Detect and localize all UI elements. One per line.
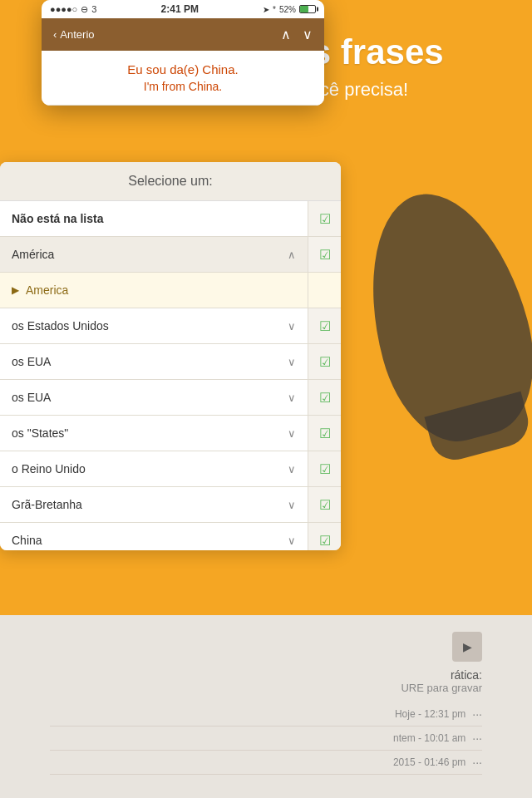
back-arrow-icon: ‹ — [53, 28, 57, 41]
list-item-states[interactable]: os "States" ∨ ☑ — [0, 416, 341, 451]
play-small-icon: ▶ — [12, 284, 19, 296]
list-item-main-gra-bretanha[interactable]: Grã-Bretanha ∨ — [0, 487, 308, 522]
history-entry-1: Hoje - 12:31 pm ··· — [50, 702, 482, 727]
hand-overlay — [374, 191, 532, 457]
list-label: os EUA — [12, 355, 51, 368]
list-item-icon-gra-bretanha[interactable]: ☑ — [308, 487, 341, 522]
signal-strength: 3 — [91, 4, 96, 14]
sub-label: America — [26, 283, 68, 297]
list-label: China — [12, 534, 42, 547]
status-left: ●●●●○ ⊖ 3 — [50, 4, 96, 15]
sentence-pt-highlight: China — [202, 62, 234, 76]
sentence-portuguese: Eu sou da(e) China. — [55, 62, 311, 76]
list-label: América — [12, 248, 54, 261]
back-label: Anterio — [60, 28, 94, 41]
list-item-icon-states[interactable]: ☑ — [308, 416, 341, 451]
list-item-china[interactable]: China ∨ ☑ — [0, 523, 341, 550]
bottom-row: ▶ — [50, 632, 482, 662]
nav-arrows: ∧ ∨ — [281, 27, 313, 42]
list-item-main-states[interactable]: os "States" ∨ — [0, 416, 308, 451]
phone-frame: ●●●●○ ⊖ 3 2:41 PM ➤ * 52% ‹ Anterio ∧ ∨ … — [42, 0, 324, 106]
practice-label: rática: — [50, 668, 482, 682]
bluetooth-icon: * — [273, 5, 276, 14]
chevron-down-icon: ∨ — [288, 427, 296, 440]
check-icon: ☑ — [319, 426, 331, 441]
nav-down-button[interactable]: ∨ — [303, 27, 313, 42]
nav-bar: ‹ Anterio ∧ ∨ — [42, 18, 324, 51]
chevron-down-icon: ∨ — [288, 463, 296, 475]
bottom-area: ▶ rática: URE para gravar Hoje - 12:31 p… — [0, 615, 532, 798]
list-item-reino-unido[interactable]: o Reino Unido ∨ ☑ — [0, 451, 341, 487]
history-dots-2: ··· — [472, 732, 482, 745]
check-icon: ☑ — [319, 533, 331, 549]
list-item-eua-2[interactable]: os EUA ∨ ☑ — [0, 380, 341, 416]
list-label: os EUA — [12, 391, 51, 404]
battery-indicator — [299, 5, 316, 13]
wifi-icon: ⊖ — [81, 4, 88, 15]
chevron-down-icon: ∨ — [288, 320, 296, 332]
play-button[interactable]: ▶ — [452, 632, 482, 662]
history-time-1: Hoje - 12:31 pm — [395, 708, 466, 720]
check-icon: ☑ — [319, 390, 331, 406]
play-icon: ▶ — [463, 640, 472, 653]
list-item-main-not-in-list[interactable]: Não está na lista — [0, 201, 308, 236]
chevron-down-icon: ∨ — [288, 356, 296, 368]
list-item-icon-america[interactable]: ☑ — [308, 237, 341, 272]
list-item-icon-estados-unidos[interactable]: ☑ — [308, 308, 341, 343]
list-item-icon-reino-unido[interactable]: ☑ — [308, 451, 341, 486]
chevron-up-icon: ∧ — [288, 249, 296, 261]
list-item-main-estados-unidos[interactable]: os Estados Unidos ∨ — [0, 308, 308, 343]
bottom-content: ▶ rática: URE para gravar Hoje - 12:31 p… — [0, 615, 532, 783]
list-item-america-group: América ∧ ☑ ▶ America — [0, 237, 341, 308]
check-icon: ☑ — [319, 318, 331, 334]
status-bar: ●●●●○ ⊖ 3 2:41 PM ➤ * 52% — [42, 0, 324, 18]
list-item-icon-eua-1[interactable]: ☑ — [308, 344, 341, 379]
list-item-main-eua-1[interactable]: os EUA ∨ — [0, 344, 308, 379]
chevron-down-icon: ∨ — [288, 392, 296, 404]
list-label: os Estados Unidos — [12, 319, 109, 332]
chevron-down-icon: ∨ — [288, 499, 296, 511]
nav-up-button[interactable]: ∧ — [281, 27, 291, 42]
list-label: Não está na lista — [12, 212, 104, 225]
check-icon: ☑ — [319, 211, 331, 227]
check-icon: ☑ — [319, 461, 331, 477]
list-item-icon-eua-2[interactable]: ☑ — [308, 380, 341, 415]
hand-shape — [344, 176, 532, 456]
status-right: ➤ * 52% — [263, 5, 316, 14]
location-icon: ➤ — [263, 5, 269, 14]
list-item-eua-1[interactable]: os EUA ∨ ☑ — [0, 344, 341, 380]
list-item-main-america[interactable]: América ∧ — [0, 237, 308, 272]
history-dots-3: ··· — [472, 756, 482, 769]
selection-panel: Selecione um: Não está na lista ☑ Améric… — [0, 162, 341, 550]
record-hint: URE para gravar — [50, 682, 482, 694]
list-item-main-eua-2[interactable]: os EUA ∨ — [0, 380, 308, 415]
list-item-main-reino-unido[interactable]: o Reino Unido ∨ — [0, 451, 308, 486]
list-label: Grã-Bretanha — [12, 498, 82, 511]
list-item-icon-america-sub — [308, 273, 341, 308]
list-label: o Reino Unido — [12, 462, 86, 475]
list-item-america[interactable]: América ∧ ☑ — [0, 237, 341, 273]
list-item-not-in-list[interactable]: Não está na lista ☑ — [0, 201, 341, 237]
battery-percent: 52% — [279, 5, 296, 14]
list-item-sub-america[interactable]: ▶ America — [0, 273, 308, 308]
check-icon: ☑ — [319, 247, 331, 263]
list-item-gra-bretanha[interactable]: Grã-Bretanha ∨ ☑ — [0, 487, 341, 523]
list-item-icon-not-in-list[interactable]: ☑ — [308, 201, 341, 236]
sentence-area: Eu sou da(e) China. I'm from China. — [42, 51, 324, 106]
list-item-icon-china[interactable]: ☑ — [308, 523, 341, 550]
check-icon: ☑ — [319, 497, 331, 513]
chevron-down-icon: ∨ — [288, 534, 296, 547]
list-item-estados-unidos[interactable]: os Estados Unidos ∨ ☑ — [0, 308, 341, 344]
history-entry-3: 2015 - 01:46 pm ··· — [50, 751, 482, 775]
list-label: os "States" — [12, 426, 68, 440]
selection-list: Não está na lista ☑ América ∧ ☑ ▶ — [0, 201, 341, 550]
sentence-english: I'm from China. — [55, 80, 311, 93]
status-time: 2:41 PM — [161, 3, 199, 15]
list-item-america-sub[interactable]: ▶ America — [0, 273, 341, 308]
history-entry-2: ntem - 10:01 am ··· — [50, 727, 482, 751]
back-button[interactable]: ‹ Anterio — [53, 28, 95, 41]
history-dots-1: ··· — [472, 707, 482, 721]
history-time-2: ntem - 10:01 am — [393, 732, 466, 744]
signal-dots: ●●●●○ — [50, 4, 77, 14]
list-item-main-china[interactable]: China ∨ — [0, 523, 308, 550]
